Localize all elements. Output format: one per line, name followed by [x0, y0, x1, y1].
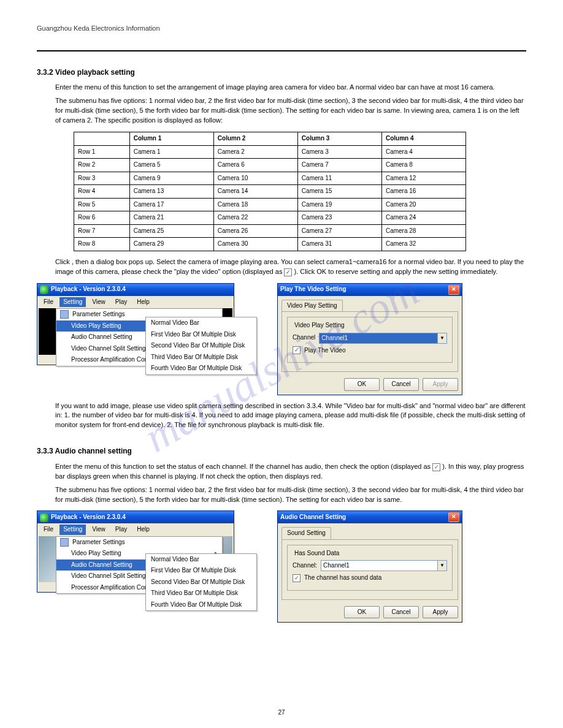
tab-sound-setting[interactable]: Sound Setting — [282, 527, 331, 539]
table-cell: Row 5 — [74, 198, 130, 211]
page-number: 27 — [0, 709, 563, 716]
submenu-item[interactable]: Third Video Bar Of Multiple Disk — [146, 588, 256, 599]
table-row: Row 8 Camera 29 Camera 30 Camera 31 Came… — [74, 238, 466, 251]
table-cell: Camera 8 — [381, 159, 465, 172]
app-window-screenshot: Playback - Version 2.3.0.4 File Setting … — [37, 510, 234, 593]
table-cell: Camera 16 — [381, 185, 465, 199]
header-caption: Guangzhou Keda Electronics Information — [37, 25, 526, 32]
table-cell: Camera 28 — [381, 224, 465, 238]
channel-combobox[interactable]: Channel1 ▼ — [321, 560, 447, 571]
menuitem-label: Audio Channel Setting — [71, 333, 132, 342]
table-cell: Camera 18 — [213, 198, 297, 211]
table-cell: Camera 6 — [213, 159, 297, 172]
submenu-item[interactable]: First Video Bar Of Multiple Disk — [146, 329, 256, 341]
fieldset-legend: Has Sound Data — [293, 549, 341, 558]
dialog-title: Play The Video Setting — [280, 285, 347, 294]
table-row: Row 5 Camera 17 Camera 18 Camera 19 Came… — [74, 198, 466, 211]
table-header: Column 4 — [381, 132, 465, 146]
label-channel: Channel: — [293, 561, 317, 571]
menu-play[interactable]: Play — [112, 525, 131, 535]
close-icon[interactable]: ✕ — [448, 512, 459, 522]
camera-grid-table: Column 1 Column 2 Column 3 Column 4 Row … — [74, 132, 466, 251]
window-titlebar: Playback - Version 2.3.0.4 — [37, 511, 234, 523]
table-cell: Camera 26 — [213, 224, 297, 238]
table-header: Column 1 — [129, 132, 213, 146]
table-cell: Camera 17 — [129, 198, 213, 211]
dialog-audio-channel-setting: Audio Channel Setting ✕ Sound Setting Ha… — [277, 510, 462, 623]
submenu-item[interactable]: Fourth Video Bar Of Multiple Disk — [146, 599, 256, 611]
submenu-video-play: Normal Video Bar First Video Bar Of Mult… — [145, 317, 257, 375]
window-title: Playback - Version 2.3.0.4 — [51, 286, 126, 292]
table-row: Row 4 Camera 13 Camera 14 Camera 15 Came… — [74, 185, 466, 199]
paragraph: If you want to add image, please use vid… — [55, 401, 526, 431]
submenu-item[interactable]: Third Video Bar Of Multiple Disk — [146, 352, 256, 363]
checkbox-play-video[interactable]: ✓ — [293, 346, 301, 354]
table-row: Row 2 Camera 5 Camera 6 Camera 7 Camera … — [74, 159, 466, 172]
table-cell: Camera 7 — [297, 159, 381, 172]
submenu-item[interactable]: Fourth Video Bar Of Multiple Disk — [146, 363, 256, 374]
document-page: manualshive.com Guangzhou Keda Electroni… — [0, 0, 563, 728]
apply-button[interactable]: Apply — [423, 606, 458, 619]
submenu-item[interactable]: Normal Video Bar — [146, 317, 256, 329]
chevron-down-icon[interactable]: ▼ — [437, 561, 446, 571]
table-cell: Camera 22 — [213, 211, 297, 225]
channel-combobox[interactable]: Channel1 ▼ — [319, 333, 447, 344]
table-cell: Camera 30 — [213, 238, 297, 251]
cancel-button[interactable]: Cancel — [383, 606, 419, 619]
tab-video-play-setting[interactable]: Video Play Setting — [282, 300, 343, 312]
menuitem-parameter-settings[interactable]: Parameter Settings — [56, 537, 222, 548]
combo-value: Channel1 — [320, 333, 437, 343]
menu-setting[interactable]: Setting — [59, 525, 86, 535]
section-heading-333: 3.3.3 Audio channel setting — [37, 446, 526, 457]
cancel-button[interactable]: Cancel — [383, 378, 419, 391]
menu-file[interactable]: File — [40, 297, 57, 308]
submenu-item[interactable]: First Video Bar Of Multiple Disk — [146, 565, 256, 577]
menuitem-label: Processor Amplification Control — [71, 355, 156, 365]
text: Enter the menu of this function to set t… — [55, 463, 432, 470]
submenu-item[interactable]: Second Video Bar Of Multiple Disk — [146, 340, 256, 352]
paragraph: Enter the menu of this function to set t… — [55, 462, 526, 482]
checkbox-has-sound[interactable]: ✓ — [293, 574, 301, 582]
apply-button[interactable]: Apply — [423, 378, 458, 391]
table-cell: Camera 15 — [297, 185, 381, 199]
table-cell: Camera 2 — [213, 145, 297, 159]
menu-file[interactable]: File — [40, 525, 57, 535]
menu-help[interactable]: Help — [133, 297, 153, 308]
table-cell: Camera 21 — [129, 211, 213, 225]
app-window-screenshot: Playback - Version 2.3.0.4 File Setting … — [37, 283, 234, 365]
dialog-title: Audio Channel Setting — [280, 513, 346, 522]
text: Click — [55, 258, 72, 265]
horizontal-rule — [37, 50, 526, 51]
ok-button[interactable]: OK — [344, 606, 380, 619]
fieldset-has-sound: Has Sound Data Channel: Channel1 ▼ ✓ The… — [287, 545, 453, 591]
menuitem-label: Video Channel Split Setting — [71, 572, 146, 581]
table-cell: Camera 29 — [129, 238, 213, 251]
menu-setting[interactable]: Setting — [59, 297, 86, 308]
table-cell: Row 6 — [74, 211, 130, 225]
checkbox-icon: ✓ — [284, 268, 292, 276]
menuitem-label: Parameter Settings — [72, 538, 125, 547]
menuitem-label: Video Play Setting — [71, 322, 121, 331]
menuitem-label: Audio Channel Setting — [71, 561, 132, 570]
menu-help[interactable]: Help — [133, 525, 153, 535]
window-titlebar: Playback - Version 2.3.0.4 — [37, 284, 234, 296]
settings-icon — [60, 310, 69, 319]
app-icon — [40, 514, 48, 522]
fieldset-legend: Video Play Setting — [293, 321, 347, 330]
submenu-item[interactable]: Second Video Bar Of Multiple Disk — [146, 577, 256, 588]
menuitem-label: Parameter Settings — [72, 310, 125, 319]
table-cell: Camera 14 — [213, 185, 297, 199]
menu-view[interactable]: View — [88, 297, 109, 308]
submenu-item[interactable]: Normal Video Bar — [146, 554, 256, 566]
table-cell: Camera 19 — [297, 198, 381, 211]
table-cell: Row 1 — [74, 145, 130, 159]
menu-play[interactable]: Play — [112, 297, 131, 308]
table-cell: Camera 10 — [213, 172, 297, 185]
table-cell: Camera 3 — [297, 145, 381, 159]
table-cell: Camera 5 — [129, 159, 213, 172]
text: ). Click OK to reserve setting and apply… — [294, 268, 498, 275]
menu-view[interactable]: View — [88, 525, 109, 535]
ok-button[interactable]: OK — [344, 378, 380, 391]
close-icon[interactable]: ✕ — [448, 285, 459, 295]
chevron-down-icon[interactable]: ▼ — [437, 333, 446, 343]
